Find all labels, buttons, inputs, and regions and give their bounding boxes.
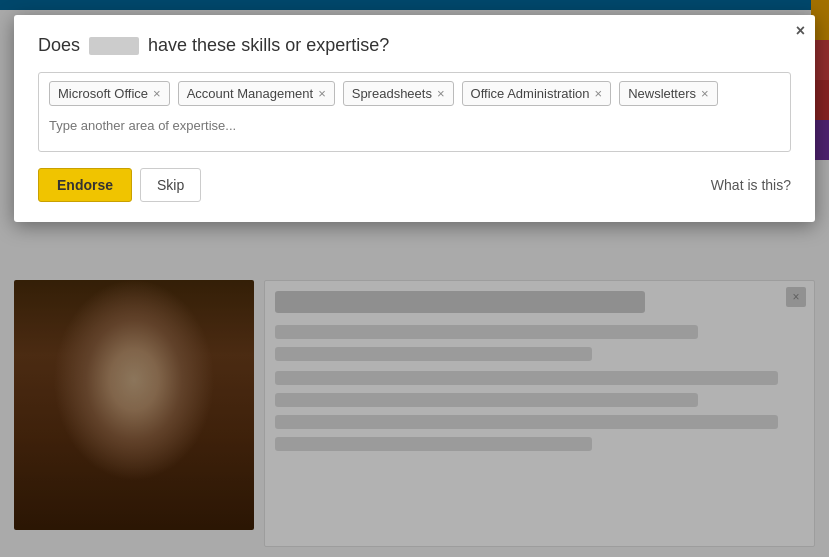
skip-button[interactable]: Skip — [140, 168, 201, 202]
action-row: Endorse Skip What is this? — [38, 168, 791, 202]
modal-close-button[interactable]: × — [796, 23, 805, 39]
modal-title: Does have these skills or expertise? — [38, 35, 791, 56]
remove-newsletters-button[interactable]: × — [701, 87, 709, 100]
skill-input[interactable] — [49, 114, 780, 137]
skill-tag-newsletters: Newsletters × — [619, 81, 718, 106]
endorse-modal: × Does have these skills or expertise? M… — [14, 15, 815, 222]
remove-microsoft-office-button[interactable]: × — [153, 87, 161, 100]
skill-label-microsoft-office: Microsoft Office — [58, 86, 148, 101]
what-is-this-link[interactable]: What is this? — [711, 177, 791, 193]
skill-label-newsletters: Newsletters — [628, 86, 696, 101]
remove-account-management-button[interactable]: × — [318, 87, 326, 100]
skill-tag-office-administration: Office Administration × — [462, 81, 612, 106]
skill-tag-account-management: Account Management × — [178, 81, 335, 106]
action-buttons: Endorse Skip — [38, 168, 201, 202]
person-name-blurred — [89, 37, 139, 55]
skill-tag-microsoft-office: Microsoft Office × — [49, 81, 170, 106]
skill-label-spreadsheets: Spreadsheets — [352, 86, 432, 101]
endorse-button[interactable]: Endorse — [38, 168, 132, 202]
skills-container[interactable]: Microsoft Office × Account Management × … — [38, 72, 791, 152]
skill-label-account-management: Account Management — [187, 86, 313, 101]
modal-title-after: have these skills or expertise? — [148, 35, 389, 55]
skill-label-office-administration: Office Administration — [471, 86, 590, 101]
remove-spreadsheets-button[interactable]: × — [437, 87, 445, 100]
modal-title-before: Does — [38, 35, 80, 55]
remove-office-administration-button[interactable]: × — [595, 87, 603, 100]
skill-tag-spreadsheets: Spreadsheets × — [343, 81, 454, 106]
